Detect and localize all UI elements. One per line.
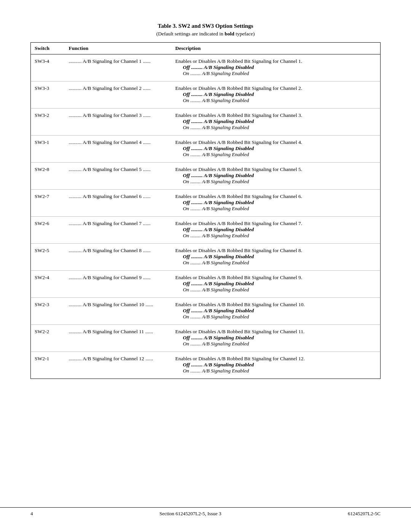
function-cell: .......... A/B Signaling for Channel 7 .…: [65, 217, 172, 243]
col-switch: Switch: [31, 43, 65, 54]
desc-off: Off ......... A/B Signaling Disabled: [175, 335, 377, 341]
switch-cell: SW2-8: [31, 163, 65, 189]
description-cell: Enables or Disables A/B Robbed Bit Signa…: [172, 163, 381, 189]
desc-on: On ........ A/B Signaling Enabled: [175, 206, 377, 212]
desc-on: On ........ A/B Signaling Enabled: [175, 179, 377, 185]
footer-right: 61245207L2-5C: [348, 511, 381, 517]
table-title: Table 3. SW2 and SW3 Option Settings: [30, 23, 381, 29]
desc-off: Off ......... A/B Signaling Disabled: [175, 118, 377, 125]
desc-off: Off ......... A/B Signaling Disabled: [175, 200, 377, 206]
table-row: SW2-6.......... A/B Signaling for Channe…: [31, 217, 381, 243]
table-row: SW3-3.......... A/B Signaling for Channe…: [31, 81, 381, 108]
desc-on: On ........ A/B Signaling Enabled: [175, 97, 377, 104]
switch-cell: SW3-3: [31, 81, 65, 108]
function-cell: .......... A/B Signaling for Channel 10 …: [65, 298, 172, 324]
main-table: Switch Function Description SW3-4.......…: [30, 42, 381, 379]
table-subtitle: (Default settings are indicated in bold …: [30, 31, 381, 37]
table-row: SW2-7.......... A/B Signaling for Channe…: [31, 190, 381, 216]
function-cell: .......... A/B Signaling for Channel 11 …: [65, 325, 172, 351]
desc-off: Off ......... A/B Signaling Disabled: [175, 91, 377, 97]
desc-main: Enables or Disables A/B Robbed Bit Signa…: [175, 220, 377, 227]
desc-off: Off ......... A/B Signaling Disabled: [175, 64, 377, 70]
switch-cell: SW2-7: [31, 190, 65, 216]
desc-main: Enables or Disables A/B Robbed Bit Signa…: [175, 356, 377, 362]
switch-cell: SW3-2: [31, 109, 65, 135]
desc-main: Enables or Disables A/B Robbed Bit Signa…: [175, 139, 377, 145]
description-cell: Enables or Disables A/B Robbed Bit Signa…: [172, 190, 381, 216]
col-description: Description: [172, 43, 381, 54]
switch-cell: SW2-1: [31, 352, 65, 379]
description-cell: Enables or Disables A/B Robbed Bit Signa…: [172, 136, 381, 162]
table-row: SW3-2.......... A/B Signaling for Channe…: [31, 109, 381, 135]
table-row: SW2-5.......... A/B Signaling for Channe…: [31, 244, 381, 270]
desc-on: On ........ A/B Signaling Enabled: [175, 287, 377, 293]
desc-off: Off ......... A/B Signaling Disabled: [175, 254, 377, 260]
footer-left: 4: [30, 511, 33, 517]
switch-cell: SW2-3: [31, 298, 65, 324]
description-cell: Enables or Disables A/B Robbed Bit Signa…: [172, 352, 381, 379]
desc-off: Off ......... A/B Signaling Disabled: [175, 308, 377, 314]
desc-off: Off ......... A/B Signaling Disabled: [175, 362, 377, 368]
switch-cell: SW2-5: [31, 244, 65, 270]
description-cell: Enables or Disables A/B Robbed Bit Signa…: [172, 217, 381, 243]
table-row: SW3-4.......... A/B Signaling for Channe…: [31, 54, 381, 81]
function-cell: .......... A/B Signaling for Channel 6 .…: [65, 190, 172, 216]
description-cell: Enables or Disables A/B Robbed Bit Signa…: [172, 325, 381, 351]
function-cell: .......... A/B Signaling for Channel 2 .…: [65, 81, 172, 108]
desc-main: Enables or Disables A/B Robbed Bit Signa…: [175, 58, 377, 64]
desc-on: On ........ A/B Signaling Enabled: [175, 70, 377, 77]
description-cell: Enables or Disables A/B Robbed Bit Signa…: [172, 81, 381, 108]
description-cell: Enables or Disables A/B Robbed Bit Signa…: [172, 109, 381, 135]
desc-main: Enables or Disables A/B Robbed Bit Signa…: [175, 275, 377, 281]
switch-cell: SW2-2: [31, 325, 65, 351]
description-cell: Enables or Disables A/B Robbed Bit Signa…: [172, 54, 381, 81]
desc-main: Enables or Disables A/B Robbed Bit Signa…: [175, 193, 377, 200]
desc-on: On ........ A/B Signaling Enabled: [175, 152, 377, 158]
switch-cell: SW2-6: [31, 217, 65, 243]
page: Table 3. SW2 and SW3 Option Settings (De…: [0, 0, 411, 532]
desc-on: On ........ A/B Signaling Enabled: [175, 368, 377, 374]
table-row: SW2-3.......... A/B Signaling for Channe…: [31, 298, 381, 324]
desc-on: On ........ A/B Signaling Enabled: [175, 125, 377, 131]
function-cell: .......... A/B Signaling for Channel 12 …: [65, 352, 172, 379]
desc-off: Off ......... A/B Signaling Disabled: [175, 173, 377, 179]
footer-center: Section 61245207L2-5, Issue 3: [159, 511, 221, 517]
footer: 4 Section 61245207L2-5, Issue 3 61245207…: [0, 507, 411, 517]
col-function: Function: [65, 43, 172, 54]
desc-on: On ........ A/B Signaling Enabled: [175, 341, 377, 347]
desc-off: Off ......... A/B Signaling Disabled: [175, 227, 377, 233]
function-cell: .......... A/B Signaling for Channel 8 .…: [65, 244, 172, 270]
table-header-row: Switch Function Description: [31, 43, 381, 54]
description-cell: Enables or Disables A/B Robbed Bit Signa…: [172, 298, 381, 324]
desc-main: Enables or Disables A/B Robbed Bit Signa…: [175, 166, 377, 173]
function-cell: .......... A/B Signaling for Channel 9 .…: [65, 271, 172, 297]
table-row: SW3-1.......... A/B Signaling for Channe…: [31, 136, 381, 162]
function-cell: .......... A/B Signaling for Channel 1 .…: [65, 54, 172, 81]
desc-main: Enables or Disables A/B Robbed Bit Signa…: [175, 85, 377, 91]
table-row: SW2-4.......... A/B Signaling for Channe…: [31, 271, 381, 297]
desc-main: Enables or Disables A/B Robbed Bit Signa…: [175, 112, 377, 118]
desc-on: On ........ A/B Signaling Enabled: [175, 260, 377, 266]
switch-cell: SW3-1: [31, 136, 65, 162]
table-row: SW2-8.......... A/B Signaling for Channe…: [31, 163, 381, 189]
desc-main: Enables or Disables A/B Robbed Bit Signa…: [175, 302, 377, 308]
table-row: SW2-1.......... A/B Signaling for Channe…: [31, 352, 381, 379]
desc-main: Enables or Disables A/B Robbed Bit Signa…: [175, 248, 377, 254]
desc-off: Off ......... A/B Signaling Disabled: [175, 145, 377, 152]
switch-cell: SW2-4: [31, 271, 65, 297]
function-cell: .......... A/B Signaling for Channel 5 .…: [65, 163, 172, 189]
function-cell: .......... A/B Signaling for Channel 4 .…: [65, 136, 172, 162]
table-row: SW2-2.......... A/B Signaling for Channe…: [31, 325, 381, 351]
function-cell: .......... A/B Signaling for Channel 3 .…: [65, 109, 172, 135]
desc-on: On ........ A/B Signaling Enabled: [175, 233, 377, 239]
switch-cell: SW3-4: [31, 54, 65, 81]
description-cell: Enables or Disables A/B Robbed Bit Signa…: [172, 271, 381, 297]
desc-on: On ........ A/B Signaling Enabled: [175, 314, 377, 320]
desc-off: Off ......... A/B Signaling Disabled: [175, 281, 377, 287]
description-cell: Enables or Disables A/B Robbed Bit Signa…: [172, 244, 381, 270]
desc-main: Enables or Disables A/B Robbed Bit Signa…: [175, 329, 377, 335]
